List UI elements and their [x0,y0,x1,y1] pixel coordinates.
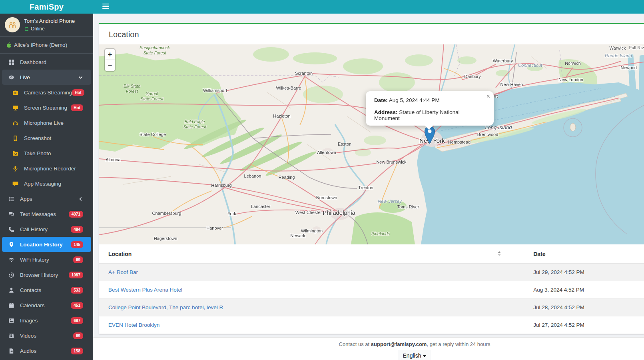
sidebar-item-label: Cameras Streaming [24,90,72,96]
map-label: Newport [621,65,637,70]
main-content: Location [93,14,644,360]
user-panel[interactable]: Tom's Android Phone Online [0,14,93,37]
location-link[interactable]: A+ Roof Bar [108,269,138,275]
count-badge: 1087 [69,272,83,278]
sidebar-item-browser-history[interactable]: Browser History1087 [2,267,91,282]
user-icon [8,287,17,293]
page-title: Location [109,30,634,39]
map-label: Sproul [146,91,158,96]
date-cell: Jul 28, 2024 4:52 PM [524,299,644,316]
audio-icon [8,348,17,354]
map-label: Norristown [316,195,337,200]
sidebar-item-label: WiFi History [20,257,49,263]
sidebar-item-screen-streaming[interactable]: Screen StreamingHot [2,100,91,115]
language-dropdown[interactable]: English [398,350,432,360]
sidebar-item-app-messaging[interactable]: App Messaging [2,176,91,191]
contact-text: Contact us at support@famispy.com, get a… [185,341,644,347]
count-badge: 69 [73,256,83,263]
map-label: Hanover [206,226,223,230]
map-label: Susquehannock [140,45,170,50]
count-badge: Hot [71,104,83,111]
map-label: Lebanon [244,174,261,178]
location-link[interactable]: Best Western Plus Arena Hotel [108,287,182,293]
map-label: Wilkes-Barre [276,86,301,90]
sidebar-item-screenshot[interactable]: Screenshot [2,130,91,146]
column-header-location[interactable]: Location [99,244,524,264]
map-label: Norwich [565,61,581,66]
map-label: New Brunswick [376,160,407,164]
sidebar-item-label: Apps [20,196,32,202]
sidebar-item-microphone-live[interactable]: Microphone Live [2,115,91,130]
calendar-icon [8,302,17,308]
map-label: Philadelphia [323,209,355,216]
family-icon [8,20,17,30]
apple-icon [6,42,11,48]
film-icon [8,333,17,339]
sidebar-item-label: Screenshot [24,135,51,141]
map-label: New Haven [500,82,523,87]
map-label: Trenton [358,185,373,190]
popup-close-icon[interactable]: × [486,93,490,100]
sidebar-item-take-photo[interactable]: Take Photo [2,146,91,161]
sidebar-item-wifi-history[interactable]: WiFi History69 [2,252,91,267]
sidebar-item-audios[interactable]: Audios158 [2,343,91,358]
sidebar-item-contacts[interactable]: Contacts533 [2,282,91,298]
map-label: Rhode Island [605,53,632,58]
zoom-out-button[interactable]: − [105,60,115,71]
sidebar-item-label: Take Photo [24,150,51,156]
map-label: Pinelands [371,231,390,236]
sidebar-item-label: Contacts [20,287,41,293]
sidebar-item-cameras-streaming[interactable]: Cameras StreamingHot [2,85,91,100]
sidebar-nav: DashboardLiveCameras StreamingHotScreen … [0,54,93,358]
camera-icon [12,90,21,96]
map-label: Harrisburg [211,183,231,188]
zoom-in-button[interactable]: + [105,49,115,60]
location-link[interactable]: EVEN Hotel Brooklyn [108,322,160,328]
map-label: New London [558,77,583,82]
map-label: Connecticut [518,63,543,68]
map[interactable]: SusquehannockState ForestElk StateForest… [99,44,644,244]
sidebar-item-dashboard[interactable]: Dashboard [2,54,91,70]
map-label: Newark [290,233,305,238]
table-row: Best Western Plus Arena HotelAug 3, 2024… [99,281,644,299]
sidebar-item-demo-device[interactable]: Alice's iPhone (Demo) [0,37,93,54]
sidebar-item-microphone-recorder[interactable]: Microphone Recorder [2,161,91,176]
map-label: Forest [126,89,138,94]
sidebar-item-videos[interactable]: Videos89 [2,328,91,343]
map-label: Fall River [629,45,644,50]
map-label: State College [140,132,166,137]
map-label: State Forest [140,96,163,101]
table-row: A+ Roof BarJul 29, 2024 4:52 PM [99,264,644,281]
headphones-icon [12,120,21,126]
map-label: Danbury [464,74,481,79]
mic-icon [12,166,21,172]
map-label: New Jersey [378,199,402,204]
count-badge: 533 [71,287,83,294]
map-label: Lancaster [251,204,271,209]
sidebar-item-apps[interactable]: Apps [2,191,91,206]
location-card: Location [99,23,644,334]
map-label: Bald Eagle [185,119,205,124]
sidebar-item-images[interactable]: Images687 [2,313,91,328]
date-cell: Jul 29, 2024 4:52 PM [524,264,644,281]
sidebar-item-call-history[interactable]: Call History484 [2,222,91,237]
column-header-date[interactable]: Date [524,244,644,264]
map-label: State Forest [143,50,166,55]
hamburger-menu-icon[interactable] [102,4,109,10]
refresh-icon [24,26,29,32]
map-label: State Forest [183,124,206,129]
map-canvas[interactable]: SusquehannockState ForestElk StateForest… [99,44,644,244]
sidebar-item-label: Images [20,318,38,324]
sort-icon[interactable] [498,251,501,256]
map-zoom-control: + − [104,48,116,72]
sidebar-item-label: Location History [20,242,63,248]
brand-logo[interactable]: FamiSpy [0,0,93,14]
chevron-down-icon [78,75,83,80]
sidebar-item-text-messages[interactable]: Text Messages4071 [2,206,91,222]
sidebar-item-calendars[interactable]: Calendars451 [2,298,91,313]
location-link[interactable]: College Point Boulevard, The parc hotel,… [108,304,223,310]
sidebar-item-live[interactable]: Live [2,70,91,85]
sidebar-item-location-history[interactable]: Location History145 [2,237,91,252]
map-label: Altoona [106,157,121,162]
wifi-icon [8,257,17,263]
